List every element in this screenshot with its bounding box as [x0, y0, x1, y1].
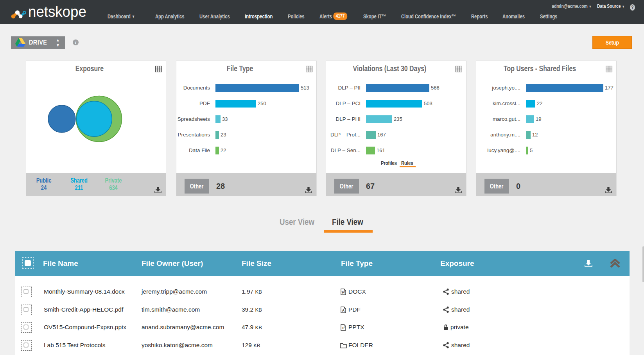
svg-text:P: P — [342, 326, 344, 330]
svg-text:W: W — [342, 290, 345, 294]
svg-text:A: A — [342, 308, 345, 312]
